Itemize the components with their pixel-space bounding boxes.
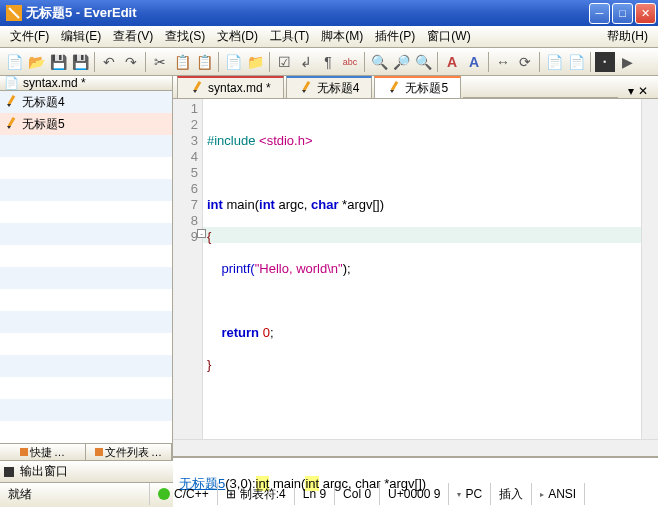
paste-icon[interactable]: 📋 xyxy=(194,52,214,72)
find-icon[interactable]: 🔍 xyxy=(369,52,389,72)
toolbar: 📄 📂 💾 💾 ↶ ↷ ✂ 📋 📋 📄 📁 ☑ ↲ ¶ abc 🔍 🔎 🔍 A … xyxy=(0,48,658,76)
tabbar: syntax.md * 无标题4 无标题5 ▾✕ xyxy=(173,76,658,99)
findfiles-icon[interactable]: 🔍 xyxy=(413,52,433,72)
vertical-scrollbar[interactable] xyxy=(641,99,658,439)
line-gutter: 123 456 789 xyxy=(173,99,203,439)
run-icon[interactable]: ▶ xyxy=(617,52,637,72)
new-icon[interactable]: 📄 xyxy=(4,52,24,72)
list-item xyxy=(0,377,172,399)
refresh-icon[interactable]: ⟳ xyxy=(515,52,535,72)
status-tab[interactable]: ⊞制表符:4 xyxy=(218,483,295,505)
open-icon[interactable]: 📂 xyxy=(26,52,46,72)
cut-icon[interactable]: ✂ xyxy=(150,52,170,72)
menu-search[interactable]: 查找(S) xyxy=(159,26,211,47)
maximize-button[interactable]: □ xyxy=(612,3,633,24)
sidebar-item-untitled4[interactable]: 无标题4 xyxy=(0,91,172,113)
menu-plugin[interactable]: 插件(P) xyxy=(369,26,421,47)
abc-icon[interactable]: abc xyxy=(340,52,360,72)
list-item xyxy=(0,421,172,443)
pencil-icon xyxy=(4,117,18,131)
status-col: Col 0 xyxy=(335,483,380,505)
titlebar: 无标题5 - EverEdit ─ □ ✕ xyxy=(0,0,658,26)
list-item xyxy=(0,157,172,179)
close-button[interactable]: ✕ xyxy=(635,3,656,24)
editor-pane: syntax.md * 无标题4 无标题5 ▾✕ 123 456 789 #in… xyxy=(173,76,658,460)
tab-syntax[interactable]: syntax.md * xyxy=(177,76,284,98)
a2-icon[interactable]: A xyxy=(464,52,484,72)
menu-edit[interactable]: 编辑(E) xyxy=(55,26,107,47)
sidebar-tab-filelist[interactable]: 文件列表… xyxy=(86,444,172,460)
statusbar: 就绪 C/C++ ⊞制表符:4 Ln 9 Col 0 U+0000 9 ▾PC … xyxy=(0,482,658,505)
menu-document[interactable]: 文档(D) xyxy=(211,26,264,47)
pencil-icon xyxy=(4,95,18,109)
toggle-icon[interactable]: ☑ xyxy=(274,52,294,72)
list-item xyxy=(0,289,172,311)
fold-icon[interactable]: - xyxy=(197,229,206,238)
output-tab[interactable]: 输出窗口 xyxy=(20,463,68,480)
menu-view[interactable]: 查看(V) xyxy=(107,26,159,47)
file-icon[interactable]: 📄 xyxy=(223,52,243,72)
status-encoding[interactable]: ▸ANSI xyxy=(532,483,585,505)
redo-icon[interactable]: ↷ xyxy=(121,52,141,72)
menu-tools[interactable]: 工具(T) xyxy=(264,26,315,47)
pencil-icon xyxy=(190,81,204,95)
list-item xyxy=(0,201,172,223)
document-icon: 📄 xyxy=(4,76,19,90)
doc-icon[interactable]: 📄 xyxy=(544,52,564,72)
sidebar-item-label: 无标题5 xyxy=(22,116,65,133)
code-editor[interactable]: 123 456 789 #include <stdio.h> int main(… xyxy=(173,99,658,439)
status-ready: 就绪 xyxy=(0,483,150,505)
menu-file[interactable]: 文件(F) xyxy=(4,26,55,47)
page-icon[interactable]: 📄 xyxy=(566,52,586,72)
menubar: 文件(F) 编辑(E) 查看(V) 查找(S) 文档(D) 工具(T) 脚本(M… xyxy=(0,26,658,48)
tab-untitled4[interactable]: 无标题4 xyxy=(286,76,373,98)
list-item xyxy=(0,333,172,355)
menu-window[interactable]: 窗口(W) xyxy=(421,26,476,47)
app-icon xyxy=(6,5,22,21)
list-item xyxy=(0,267,172,289)
tab-untitled5[interactable]: 无标题5 xyxy=(374,76,461,98)
status-line: Ln 9 xyxy=(295,483,335,505)
lang-dot-icon xyxy=(158,488,170,500)
terminal-icon xyxy=(4,467,14,477)
tab-dropdown-icon[interactable]: ▾ xyxy=(628,84,634,98)
window-title: 无标题5 - EverEdit xyxy=(26,4,589,22)
list-item xyxy=(0,245,172,267)
tab-close-icon[interactable]: ✕ xyxy=(638,84,648,98)
status-pc[interactable]: ▾PC xyxy=(449,483,491,505)
folder-icon[interactable]: 📁 xyxy=(245,52,265,72)
pencil-icon xyxy=(299,81,313,95)
menu-help[interactable]: 帮助(H) xyxy=(601,26,654,47)
undo-icon[interactable]: ↶ xyxy=(99,52,119,72)
saveall-icon[interactable]: 💾 xyxy=(70,52,90,72)
sidebar-tab-quick[interactable]: 快捷… xyxy=(0,444,86,460)
a-icon[interactable]: A xyxy=(442,52,462,72)
sidebar-header-label: syntax.md * xyxy=(23,76,86,90)
para-icon[interactable]: ¶ xyxy=(318,52,338,72)
pencil-icon xyxy=(387,81,401,95)
status-unicode: U+0000 9 xyxy=(380,483,449,505)
status-insert[interactable]: 插入 xyxy=(491,483,532,505)
list-item xyxy=(0,223,172,245)
status-lang[interactable]: C/C++ xyxy=(150,483,218,505)
replace-icon[interactable]: 🔎 xyxy=(391,52,411,72)
list-item xyxy=(0,135,172,157)
minimize-button[interactable]: ─ xyxy=(589,3,610,24)
sidebar-item-untitled5[interactable]: 无标题5 xyxy=(0,113,172,135)
sidebar-item-label: 无标题4 xyxy=(22,94,65,111)
terminal-icon[interactable]: ▪ xyxy=(595,52,615,72)
horizontal-scrollbar[interactable] xyxy=(173,439,658,456)
save-icon[interactable]: 💾 xyxy=(48,52,68,72)
list-item xyxy=(0,311,172,333)
menu-script[interactable]: 脚本(M) xyxy=(315,26,369,47)
list-item xyxy=(0,399,172,421)
sidebar-header[interactable]: 📄 syntax.md * xyxy=(0,76,172,91)
copy-icon[interactable]: 📋 xyxy=(172,52,192,72)
arrow-icon[interactable]: ↔ xyxy=(493,52,513,72)
wrap-icon[interactable]: ↲ xyxy=(296,52,316,72)
list-item xyxy=(0,179,172,201)
list-item xyxy=(0,355,172,377)
sidebar: 📄 syntax.md * 无标题4 无标题5 xyxy=(0,76,173,460)
